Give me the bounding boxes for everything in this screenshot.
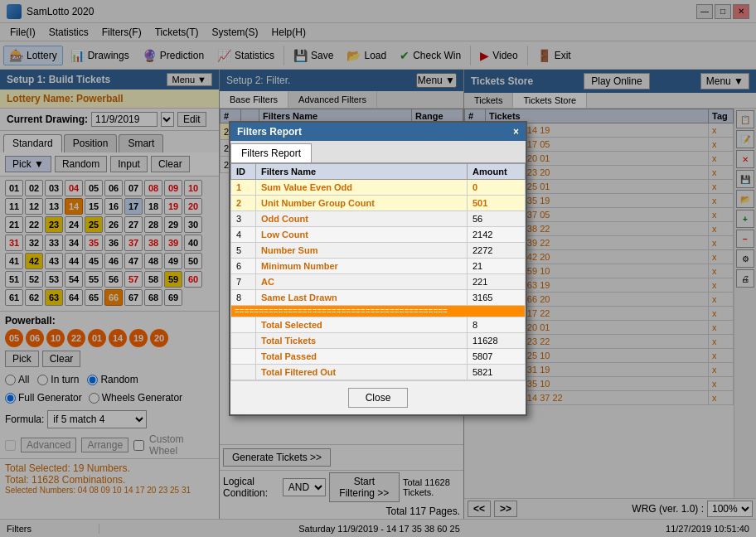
modal-table: ID Filters Name Amount 1Sum Value Even O…	[230, 163, 526, 380]
modal-divider: ========================================…	[231, 306, 526, 317]
modal-tab-row: Filters Report	[230, 141, 526, 163]
modal-close-btn[interactable]: ×	[513, 126, 519, 138]
modal-title-bar: Filters Report ×	[230, 123, 526, 141]
modal-total-row: Total Passed5807	[231, 349, 526, 365]
modal-overlay[interactable]: Filters Report × Filters Report ID Filte…	[0, 0, 756, 537]
modal-row: 6Minimum Number21	[231, 259, 526, 274]
modal-total-row: Total Tickets11628	[231, 333, 526, 349]
modal-total-row: Total Selected8	[231, 317, 526, 333]
modal-row: 4Low Count2142	[231, 227, 526, 243]
modal-close-button[interactable]: Close	[348, 388, 409, 408]
modal-col-id: ID	[231, 164, 256, 180]
modal-row: 1Sum Value Even Odd0	[231, 180, 526, 196]
modal-col-amount: Amount	[468, 164, 526, 180]
filters-report-modal: Filters Report × Filters Report ID Filte…	[229, 121, 527, 416]
modal-row: 8Same Last Drawn3165	[231, 290, 526, 306]
modal-row: 2Unit Number Group Count501	[231, 196, 526, 211]
modal-row: 3Odd Count56	[231, 211, 526, 227]
modal-row: 5Number Sum2272	[231, 243, 526, 259]
modal-footer: Close	[230, 380, 526, 414]
modal-col-name: Filters Name	[256, 164, 468, 180]
modal-table-container[interactable]: ID Filters Name Amount 1Sum Value Even O…	[230, 163, 526, 380]
modal-tab-report[interactable]: Filters Report	[230, 143, 312, 162]
modal-total-row: Total Filtered Out5821	[231, 365, 526, 380]
modal-row: 7AC221	[231, 274, 526, 290]
